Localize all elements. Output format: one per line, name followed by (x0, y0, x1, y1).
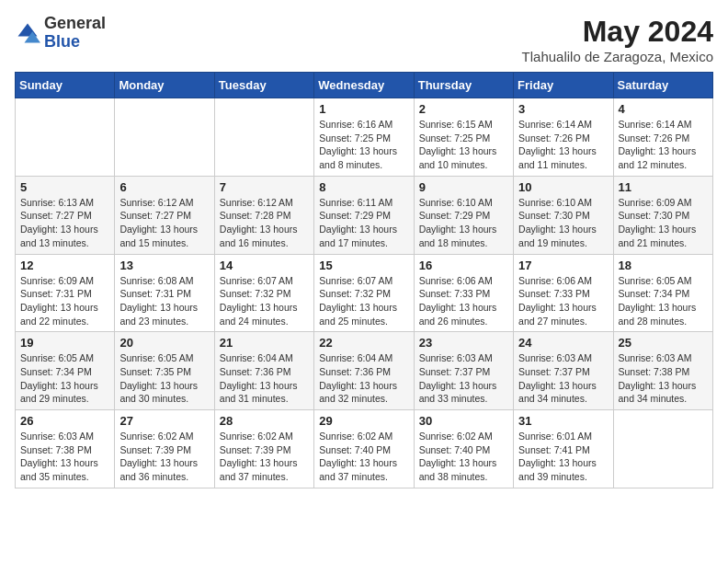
day-number: 30 (419, 414, 508, 428)
calendar-header: SundayMondayTuesdayWednesdayThursdayFrid… (16, 73, 713, 98)
calendar-cell (613, 410, 712, 488)
calendar-cell (115, 98, 214, 177)
month-title: May 2024 (522, 15, 713, 49)
day-detail: Sunrise: 6:04 AM Sunset: 7:36 PM Dayligh… (220, 351, 309, 406)
day-number: 19 (20, 336, 109, 350)
day-detail: Sunrise: 6:03 AM Sunset: 7:38 PM Dayligh… (20, 430, 109, 484)
day-number: 20 (119, 336, 209, 350)
day-detail: Sunrise: 6:09 AM Sunset: 7:30 PM Dayligh… (619, 196, 708, 250)
day-detail: Sunrise: 6:07 AM Sunset: 7:32 PM Dayligh… (319, 274, 408, 328)
day-detail: Sunrise: 6:03 AM Sunset: 7:37 PM Dayligh… (518, 351, 608, 406)
calendar-cell: 7Sunrise: 6:12 AM Sunset: 7:28 PM Daylig… (214, 176, 313, 254)
day-detail: Sunrise: 6:04 AM Sunset: 7:36 PM Dayligh… (319, 351, 408, 406)
weekday-header-saturday: Saturday (613, 73, 712, 98)
day-detail: Sunrise: 6:15 AM Sunset: 7:25 PM Dayligh… (419, 118, 508, 172)
calendar-cell: 21Sunrise: 6:04 AM Sunset: 7:36 PM Dayli… (214, 332, 313, 410)
day-number: 26 (20, 414, 109, 428)
day-number: 9 (419, 180, 508, 194)
day-detail: Sunrise: 6:09 AM Sunset: 7:31 PM Dayligh… (20, 274, 109, 328)
location-title: Tlahualilo de Zaragoza, Mexico (522, 49, 713, 64)
calendar-cell: 12Sunrise: 6:09 AM Sunset: 7:31 PM Dayli… (16, 254, 115, 332)
calendar-cell: 29Sunrise: 6:02 AM Sunset: 7:40 PM Dayli… (314, 410, 414, 488)
day-detail: Sunrise: 6:14 AM Sunset: 7:26 PM Dayligh… (619, 118, 708, 172)
day-number: 24 (518, 336, 608, 350)
calendar-cell: 5Sunrise: 6:13 AM Sunset: 7:27 PM Daylig… (16, 176, 115, 254)
calendar-cell: 17Sunrise: 6:06 AM Sunset: 7:33 PM Dayli… (514, 254, 613, 332)
calendar-body: 1Sunrise: 6:16 AM Sunset: 7:25 PM Daylig… (16, 98, 713, 488)
calendar-cell: 8Sunrise: 6:11 AM Sunset: 7:29 PM Daylig… (314, 176, 414, 254)
day-detail: Sunrise: 6:05 AM Sunset: 7:34 PM Dayligh… (20, 351, 109, 406)
day-detail: Sunrise: 6:02 AM Sunset: 7:39 PM Dayligh… (119, 430, 209, 484)
day-number: 13 (119, 259, 209, 272)
day-number: 5 (20, 180, 109, 194)
day-detail: Sunrise: 6:05 AM Sunset: 7:35 PM Dayligh… (119, 351, 209, 406)
day-detail: Sunrise: 6:13 AM Sunset: 7:27 PM Dayligh… (20, 196, 109, 250)
calendar-cell: 20Sunrise: 6:05 AM Sunset: 7:35 PM Dayli… (115, 332, 214, 410)
calendar-cell: 2Sunrise: 6:15 AM Sunset: 7:25 PM Daylig… (414, 98, 513, 177)
day-number: 6 (119, 180, 209, 194)
day-number: 17 (518, 259, 608, 272)
calendar-cell: 10Sunrise: 6:10 AM Sunset: 7:30 PM Dayli… (514, 176, 613, 254)
calendar-cell: 14Sunrise: 6:07 AM Sunset: 7:32 PM Dayli… (214, 254, 313, 332)
day-number: 4 (619, 102, 708, 116)
calendar-cell: 16Sunrise: 6:06 AM Sunset: 7:33 PM Dayli… (414, 254, 513, 332)
day-number: 27 (119, 414, 209, 428)
logo-blue-text: Blue (44, 32, 80, 51)
day-number: 12 (20, 259, 109, 272)
day-detail: Sunrise: 6:02 AM Sunset: 7:40 PM Dayligh… (319, 430, 408, 484)
day-number: 21 (220, 336, 309, 350)
day-number: 28 (220, 414, 309, 428)
day-number: 3 (518, 102, 608, 116)
day-number: 8 (319, 180, 408, 194)
day-number: 18 (619, 259, 708, 272)
logo: General Blue (15, 15, 106, 52)
calendar-cell: 23Sunrise: 6:03 AM Sunset: 7:37 PM Dayli… (414, 332, 513, 410)
calendar-cell: 25Sunrise: 6:03 AM Sunset: 7:38 PM Dayli… (613, 332, 712, 410)
calendar-cell: 4Sunrise: 6:14 AM Sunset: 7:26 PM Daylig… (613, 98, 712, 177)
day-detail: Sunrise: 6:06 AM Sunset: 7:33 PM Dayligh… (419, 274, 508, 328)
calendar-cell (16, 98, 115, 177)
day-detail: Sunrise: 6:10 AM Sunset: 7:29 PM Dayligh… (419, 196, 508, 250)
day-detail: Sunrise: 6:03 AM Sunset: 7:38 PM Dayligh… (619, 351, 708, 406)
day-detail: Sunrise: 6:16 AM Sunset: 7:25 PM Dayligh… (319, 118, 408, 172)
weekday-header-thursday: Thursday (414, 73, 513, 98)
day-number: 31 (518, 414, 608, 428)
day-detail: Sunrise: 6:07 AM Sunset: 7:32 PM Dayligh… (220, 274, 309, 328)
calendar-cell: 31Sunrise: 6:01 AM Sunset: 7:41 PM Dayli… (514, 410, 613, 488)
day-number: 15 (319, 259, 408, 272)
day-detail: Sunrise: 6:02 AM Sunset: 7:39 PM Dayligh… (220, 430, 309, 484)
calendar-cell: 18Sunrise: 6:05 AM Sunset: 7:34 PM Dayli… (613, 254, 712, 332)
day-detail: Sunrise: 6:06 AM Sunset: 7:33 PM Dayligh… (518, 274, 608, 328)
day-number: 14 (220, 259, 309, 272)
calendar-cell: 26Sunrise: 6:03 AM Sunset: 7:38 PM Dayli… (16, 410, 115, 488)
day-detail: Sunrise: 6:01 AM Sunset: 7:41 PM Dayligh… (518, 430, 608, 484)
day-detail: Sunrise: 6:10 AM Sunset: 7:30 PM Dayligh… (518, 196, 608, 250)
logo-general-text: General (44, 14, 106, 32)
calendar-week-4: 19Sunrise: 6:05 AM Sunset: 7:34 PM Dayli… (16, 332, 713, 410)
logo-icon (15, 20, 40, 46)
page-header: General Blue May 2024 Tlahualilo de Zara… (15, 15, 713, 64)
calendar-table: SundayMondayTuesdayWednesdayThursdayFrid… (15, 72, 713, 488)
weekday-header-wednesday: Wednesday (314, 73, 414, 98)
day-detail: Sunrise: 6:11 AM Sunset: 7:29 PM Dayligh… (319, 196, 408, 250)
calendar-week-5: 26Sunrise: 6:03 AM Sunset: 7:38 PM Dayli… (16, 410, 713, 488)
day-number: 11 (619, 180, 708, 194)
day-detail: Sunrise: 6:05 AM Sunset: 7:34 PM Dayligh… (619, 274, 708, 328)
calendar-cell: 28Sunrise: 6:02 AM Sunset: 7:39 PM Dayli… (214, 410, 313, 488)
calendar-cell: 22Sunrise: 6:04 AM Sunset: 7:36 PM Dayli… (314, 332, 414, 410)
day-detail: Sunrise: 6:02 AM Sunset: 7:40 PM Dayligh… (419, 430, 508, 484)
day-number: 7 (220, 180, 309, 194)
weekday-header-monday: Monday (115, 73, 214, 98)
calendar-week-1: 1Sunrise: 6:16 AM Sunset: 7:25 PM Daylig… (16, 98, 713, 177)
calendar-cell: 9Sunrise: 6:10 AM Sunset: 7:29 PM Daylig… (414, 176, 513, 254)
calendar-week-2: 5Sunrise: 6:13 AM Sunset: 7:27 PM Daylig… (16, 176, 713, 254)
weekday-header-tuesday: Tuesday (214, 73, 313, 98)
day-detail: Sunrise: 6:12 AM Sunset: 7:28 PM Dayligh… (220, 196, 309, 250)
weekday-header-row: SundayMondayTuesdayWednesdayThursdayFrid… (16, 73, 713, 98)
calendar-cell: 15Sunrise: 6:07 AM Sunset: 7:32 PM Dayli… (314, 254, 414, 332)
calendar-cell: 1Sunrise: 6:16 AM Sunset: 7:25 PM Daylig… (314, 98, 414, 177)
day-number: 23 (419, 336, 508, 350)
day-detail: Sunrise: 6:12 AM Sunset: 7:27 PM Dayligh… (119, 196, 209, 250)
title-block: May 2024 Tlahualilo de Zaragoza, Mexico (522, 15, 713, 64)
day-detail: Sunrise: 6:14 AM Sunset: 7:26 PM Dayligh… (518, 118, 608, 172)
